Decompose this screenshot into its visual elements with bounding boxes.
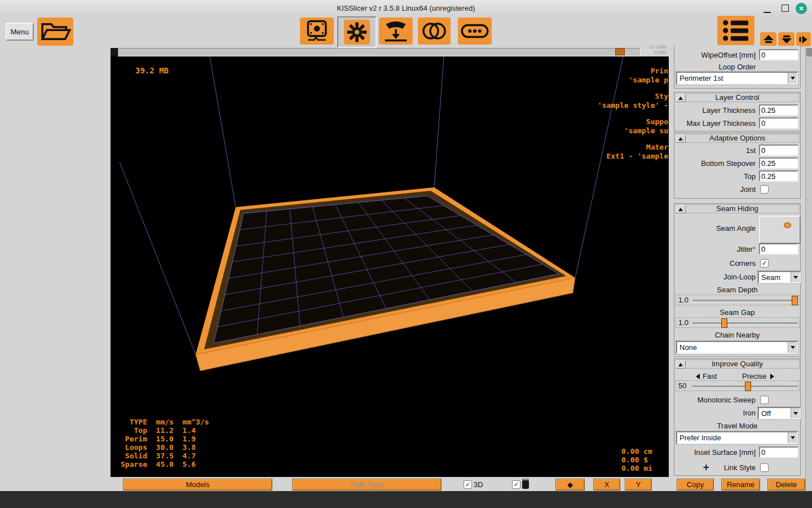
first-layer-input[interactable]	[759, 144, 798, 156]
material-label-clipped: Mater	[646, 143, 668, 151]
kisslicer-window: KISSlicer v2 r 3.5.8 Linux64 (unregister…	[0, 0, 812, 508]
top-stepover-input[interactable]	[759, 170, 798, 182]
menu-button[interactable]: Menu	[6, 23, 34, 41]
window-title: KISSlicer v2 r 3.5.8 Linux64 (unregister…	[0, 4, 812, 12]
panel-scrollbar[interactable]	[805, 48, 812, 491]
close-button[interactable]: ✕	[796, 3, 807, 14]
stats-row: Solid 37.5 4.7	[121, 452, 209, 460]
plus-icon: +	[703, 462, 710, 472]
seam-gap-label: Seam Gap	[674, 308, 800, 317]
maximize-button[interactable]	[782, 5, 789, 12]
taskbar: m ▤ W ✉ O A S ≣ ▨ KISSlicer_v2_3.5... K …	[0, 491, 812, 508]
nozzle-down-icon	[381, 19, 411, 43]
open-file-button[interactable]	[37, 17, 73, 46]
gcode-preview-slider[interactable]	[111, 48, 669, 56]
collapse-button[interactable]	[676, 360, 686, 369]
gcode-slider-track[interactable]	[118, 48, 641, 56]
path-type-tab-button[interactable]: Path Type	[292, 479, 442, 491]
seam-hiding-section: Seam Hiding Seam Angle Jitter° Corners ✓…	[674, 203, 801, 357]
seam-gap-slider[interactable]: 1.0	[676, 317, 800, 328]
style-settings-panel: WipeOffset [mm] Loop Order Perimeter 1st…	[669, 48, 805, 477]
collapse-button[interactable]	[676, 134, 686, 143]
loop-order-label: Loop Order	[674, 63, 800, 71]
stats-row: Loops 30.0 3.8	[121, 443, 209, 452]
collapse-button[interactable]	[676, 205, 686, 213]
center-model-button[interactable]: ◆	[555, 479, 585, 491]
support-label-clipped: Suppo	[646, 117, 668, 126]
slider-groove	[692, 322, 798, 325]
seam-angle-dial[interactable]	[759, 216, 801, 244]
stats-header: TYPE mm/s mm^3/s	[121, 418, 209, 426]
move-down-button[interactable]	[778, 32, 795, 46]
speed-stats-table: TYPE mm/s mm^3/s Top 11.2 1.4 Perim 15.0…	[121, 418, 209, 468]
step-forward-button[interactable]	[796, 32, 811, 46]
inset-surface-label: Inset Surface [mm]	[694, 448, 756, 457]
wipe-group: WipeOffset [mm] Loop Order Perimeter 1st	[674, 46, 801, 89]
wipe-offset-input[interactable]	[759, 49, 798, 60]
loops-settings-button[interactable]	[418, 17, 451, 45]
inset-surface-input[interactable]	[759, 446, 798, 458]
chain-nearby-value: None	[677, 343, 788, 352]
mirror-y-button[interactable]: Y	[625, 479, 652, 491]
jitter-input[interactable]	[759, 243, 798, 255]
travel-mode-value: Prefer Inside	[677, 433, 788, 442]
gcode-label: G-code	[636, 44, 667, 50]
models-tab-button[interactable]: Models	[123, 479, 272, 491]
show-models-checkbox[interactable]: ✓	[512, 480, 520, 489]
chain-nearby-select[interactable]: None	[676, 341, 798, 354]
scrollbar-handle[interactable]	[806, 48, 812, 56]
chevron-down-icon	[788, 73, 797, 84]
solid-model-icon	[522, 479, 529, 489]
folder-open-icon	[39, 19, 72, 44]
bottom-stepover-input[interactable]	[759, 157, 798, 169]
check-icon: ✓	[762, 260, 767, 266]
printer-settings-button[interactable]	[300, 17, 334, 45]
stats-row: Top 11.2 1.4	[121, 426, 209, 435]
viewport-3d[interactable]: 39.2 MB Prin 'sample p Sty 'sample style…	[111, 56, 669, 477]
join-loop-select[interactable]: Seam	[758, 271, 801, 283]
monotonic-sweep-checkbox[interactable]	[760, 396, 769, 404]
collapse-button[interactable]	[676, 94, 686, 102]
joint-checkbox[interactable]	[760, 185, 769, 194]
slider-handle[interactable]	[792, 296, 798, 305]
arrow-right-icon	[798, 35, 809, 44]
view-3d-checkbox[interactable]: ✓	[464, 480, 472, 489]
gear-icon	[346, 21, 368, 43]
layer-thickness-input[interactable]	[759, 104, 798, 116]
max-layer-thickness-input[interactable]	[759, 117, 798, 129]
total-cost: 0.00 $	[621, 456, 648, 464]
settings-gear-button[interactable]	[337, 16, 377, 48]
precise-arrow-icon[interactable]	[770, 374, 774, 379]
wipe-offset-label: WipeOffset [mm]	[701, 51, 756, 59]
mirror-x-button[interactable]: X	[593, 479, 620, 491]
delete-button[interactable]: Delete	[767, 479, 805, 491]
link-style-checkbox[interactable]	[760, 463, 769, 472]
gcode-slider-handle[interactable]	[615, 48, 625, 55]
monotonic-sweep-label: Monotonic Sweep	[698, 396, 756, 404]
extrude-settings-button[interactable]	[379, 17, 413, 45]
total-length: 0.00 cm	[621, 447, 652, 456]
dial-marker-icon	[784, 222, 791, 228]
queue-list-button[interactable]	[717, 16, 754, 45]
fast-arrow-icon[interactable]	[696, 374, 700, 379]
gcode-value: 0.000	[636, 50, 667, 55]
bottom-bar: Models Path Type ✓ 3D ✓ ◆ X Y Copy Renam…	[111, 477, 805, 491]
quality-value: 50	[678, 382, 686, 390]
slider-handle[interactable]	[745, 382, 751, 391]
seam-depth-slider[interactable]: 1.0	[676, 295, 800, 305]
more-settings-button[interactable]	[458, 17, 492, 45]
slider-handle[interactable]	[721, 318, 727, 328]
iron-select[interactable]: Off	[758, 407, 801, 419]
loop-order-select[interactable]: Perimeter 1st	[676, 72, 798, 85]
title-bar[interactable]: KISSlicer v2 r 3.5.8 Linux64 (unregister…	[0, 0, 812, 17]
quality-slider[interactable]: 50	[676, 380, 800, 391]
minimize-button[interactable]	[764, 5, 771, 13]
iron-label: Iron	[743, 409, 756, 417]
travel-mode-select[interactable]: Prefer Inside	[676, 431, 798, 444]
move-up-button[interactable]	[760, 32, 776, 46]
rename-button[interactable]: Rename	[721, 479, 760, 491]
corners-checkbox[interactable]: ✓	[760, 259, 769, 268]
copy-button[interactable]: Copy	[677, 479, 714, 491]
support-name-clipped: 'sample su	[624, 126, 668, 135]
loop-order-value: Perimeter 1st	[677, 74, 788, 82]
